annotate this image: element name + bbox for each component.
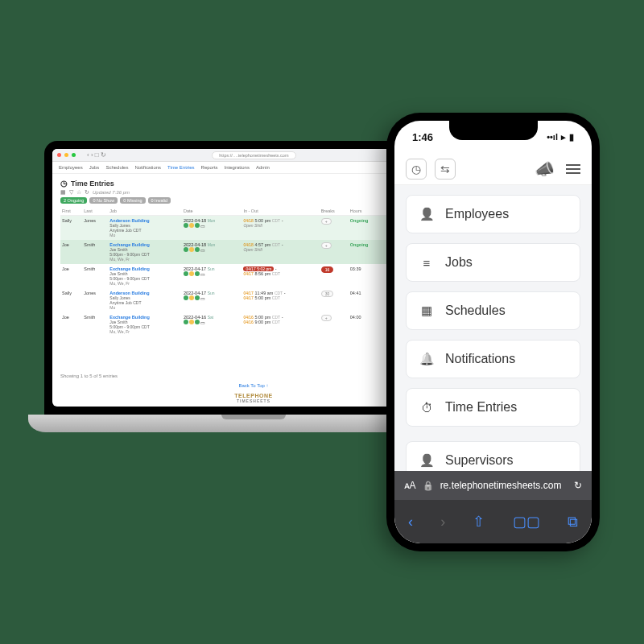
person-icon [419, 207, 434, 221]
menu-label: Supervisors [445, 453, 513, 468]
updated-text: Updated 7:36 pm [93, 190, 130, 195]
share-icon[interactable]: ⇧ [473, 513, 485, 530]
clock-icon: ◷ [60, 179, 68, 188]
page-title-text: Time Entries [71, 180, 114, 188]
signal-icon: ••ıl [547, 132, 558, 142]
col-job[interactable]: Job [108, 207, 182, 216]
menu-label: Employees [445, 207, 509, 221]
url-text: re.telephonetimesheets.com [440, 480, 562, 491]
col-breaks[interactable]: Breaks [320, 207, 349, 216]
lock-icon [423, 480, 434, 491]
bell-icon [419, 352, 434, 366]
phone-mockup: 1:46 ••ıl ▸ ▮ ◷ ⇆ Employees [386, 113, 600, 551]
filter-icon[interactable]: ▦ [60, 189, 66, 196]
col-inout[interactable]: In - Out [242, 207, 319, 216]
timesheet-icon [419, 401, 434, 415]
col-hours[interactable]: Hours [349, 207, 386, 216]
star-icon[interactable]: ☆ [76, 189, 81, 196]
menu-employees[interactable]: Employees [406, 195, 580, 233]
menu-supervisors[interactable]: Supervisors [406, 441, 580, 471]
tabs-icon[interactable]: ⧉ [568, 514, 578, 530]
pill-invalid[interactable]: 0 Invalid [148, 197, 171, 204]
nav-schedules[interactable]: Schedules [105, 165, 128, 170]
battery-icon: ▮ [569, 132, 574, 142]
nav-jobs[interactable]: Jobs [89, 165, 100, 170]
app-top-bar: ◷ ⇆ [394, 153, 592, 185]
col-last[interactable]: Last [82, 207, 108, 216]
brand-line1: TELEPHONE [234, 393, 272, 398]
back-to-top-link[interactable]: Back To Top ↑ [238, 383, 268, 388]
nav-integrations[interactable]: Integrations [225, 165, 250, 170]
col-date[interactable]: Date [182, 207, 242, 216]
nav-reports[interactable]: Reports [201, 165, 218, 170]
pill-noshow[interactable]: 0 No Show [89, 197, 118, 204]
pill-ongoing[interactable]: 2 Ongoing [60, 197, 87, 204]
window-close-dot[interactable] [57, 153, 61, 157]
wifi-icon: ▸ [561, 132, 566, 142]
safari-tab-bar: ‹ › ⇧ ▢▢ ⧉ [394, 500, 592, 543]
text-size-control[interactable]: ᴀA [404, 480, 416, 491]
window-min-dot[interactable] [64, 153, 68, 157]
refresh-icon[interactable]: ↻ [574, 480, 582, 491]
phone-menu: Employees Jobs Schedules Notifications T… [394, 185, 592, 471]
app-logo-icon[interactable]: ◷ [406, 159, 427, 180]
menu-label: Time Entries [445, 400, 517, 415]
pill-missing[interactable]: 0 Missing [120, 197, 145, 204]
bookmarks-icon[interactable]: ▢▢ [513, 513, 540, 530]
menu-label: Jobs [445, 255, 473, 270]
hamburger-menu-icon[interactable] [566, 164, 580, 174]
forward-icon: › [440, 514, 445, 530]
list-icon [419, 256, 434, 270]
browser-nav-arrows: ‹ › □ ↻ [87, 151, 106, 159]
safari-url-bar[interactable]: ᴀA re.telephonetimesheets.com ↻ [394, 471, 592, 500]
browser-url[interactable]: https://….telephonetimesheets.com [212, 151, 295, 159]
phone-notch [449, 121, 538, 140]
person-icon [419, 453, 434, 468]
nav-employees[interactable]: Employees [59, 165, 83, 170]
megaphone-icon[interactable] [535, 159, 555, 179]
menu-schedules[interactable]: Schedules [406, 291, 580, 330]
app-switch-icon[interactable]: ⇆ [435, 159, 456, 180]
back-icon[interactable]: ‹ [408, 514, 413, 530]
phone-screen: 1:46 ••ıl ▸ ▮ ◷ ⇆ Employees [394, 121, 592, 543]
menu-label: Notifications [445, 352, 515, 366]
calendar-icon [419, 303, 434, 318]
refresh-icon[interactable]: ↻ [85, 189, 89, 196]
menu-time-entries[interactable]: Time Entries [406, 388, 580, 427]
nav-admin[interactable]: Admin [256, 165, 270, 170]
funnel-icon[interactable]: ▽ [69, 189, 73, 196]
nav-time-entries[interactable]: Time Entries [167, 165, 194, 170]
menu-label: Schedules [445, 303, 506, 318]
status-time: 1:46 [412, 131, 433, 143]
col-first[interactable]: First [60, 207, 82, 216]
window-max-dot[interactable] [72, 153, 76, 157]
nav-notifications[interactable]: Notifications [134, 165, 161, 170]
menu-notifications[interactable]: Notifications [406, 340, 580, 378]
menu-jobs[interactable]: Jobs [406, 243, 580, 282]
